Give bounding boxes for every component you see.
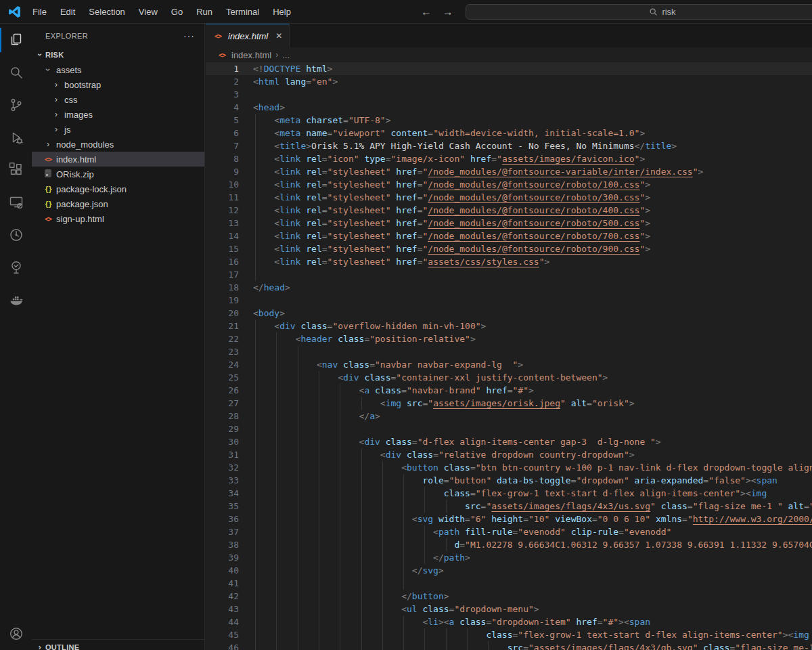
code-line-33[interactable]: 33 role="button" data-bs-toggle="dropdow… [206,474,812,487]
breadcrumb-file[interactable]: index.html [231,50,271,60]
code-line-18[interactable]: 18</head> [206,281,812,294]
code-line-41[interactable]: 41 [206,577,812,590]
code-line-34[interactable]: 34 class="flex-grow-1 text-start d-flex … [206,487,812,500]
menu-bar: FileEditSelectionViewGoRunTerminalHelp [26,0,298,24]
code-line-15[interactable]: 15 <link rel="stylesheet" href="/node_mo… [206,242,812,255]
menu-view[interactable]: View [132,4,164,20]
code-line-29[interactable]: 29 [206,422,812,435]
source-control-icon[interactable] [0,89,32,121]
explorer-sidebar: EXPLORER ··· › RISK ›assets›bootstrap›cs… [32,24,205,650]
account-icon[interactable] [0,618,32,650]
file-orisk.zip[interactable]: ORisk.zip [32,167,204,181]
code-line-10[interactable]: 10 <link rel="stylesheet" href="/node_mo… [206,178,812,191]
code-line-2[interactable]: 2<html lang="en"> [206,75,812,88]
chevron-right-icon: › [275,50,278,60]
html-file-icon: <> [217,51,227,59]
code-line-23[interactable]: 23 [206,345,812,358]
code-line-12[interactable]: 12 <link rel="stylesheet" href="/node_mo… [206,204,812,217]
code-line-35[interactable]: 35 src="assets/images/flags/4x3/us.svg" … [206,500,812,513]
code-line-28[interactable]: 28 </a> [206,410,812,422]
code-line-31[interactable]: 31 <div class="relative dropdown country… [206,448,812,461]
tree-check-icon[interactable] [0,251,32,284]
code-line-7[interactable]: 7 <title>Orisk 5.1% APY High-Yield Cash … [206,139,812,152]
remote-explorer-icon[interactable] [0,186,32,219]
code-line-46[interactable]: 46 src="assets/images/flags/4x3/gb.svg" … [206,641,812,650]
file-package-lock.json[interactable]: {}package-lock.json [32,181,204,196]
code-line-4[interactable]: 4<head> [206,101,812,114]
file-sign-up.html[interactable]: <>sign-up.html [32,211,204,226]
code-line-3[interactable]: 3 [206,88,812,101]
search-icon[interactable] [0,56,32,89]
code-line-6[interactable]: 6 <meta name="viewport" content="width=d… [206,127,812,139]
code-line-36[interactable]: 36 <svg width="6" height="10" viewBox="0… [206,513,812,525]
code-line-25[interactable]: 25 <div class="container-xxl justify-con… [206,371,812,384]
code-line-40[interactable]: 40 </svg> [206,564,812,577]
code-line-30[interactable]: 30 <div class="d-flex align-items-center… [206,435,812,448]
html-file-icon: <> [43,156,53,163]
editor-group: <> index.html ✕ <> index.html › ... 1<!D… [206,24,812,650]
chevron-down-icon: › [35,49,45,60]
history-back-button[interactable]: ← [421,6,432,18]
docker-icon[interactable] [0,284,32,316]
file-tree: ›assets›bootstrap›css›images›js›node_mod… [32,62,204,226]
outline-section-header[interactable]: › OUTLINE [32,639,204,650]
menu-edit[interactable]: Edit [53,4,82,20]
breadcrumb[interactable]: <> index.html › ... [206,47,812,62]
tab-index-html[interactable]: <> index.html ✕ [206,24,290,47]
breadcrumb-tail[interactable]: ... [282,50,290,60]
json-file-icon: {} [43,185,53,194]
explorer-more-actions-button[interactable]: ··· [179,30,199,41]
history-forward-button[interactable]: → [443,6,453,18]
code-line-11[interactable]: 11 <link rel="stylesheet" href="/node_mo… [206,191,812,204]
code-line-42[interactable]: 42 </button> [206,590,812,603]
folder-assets[interactable]: ›assets [32,62,204,77]
menu-terminal[interactable]: Terminal [219,4,266,20]
code-editor[interactable]: 1<!DOCTYPE html>2<html lang="en">34<head… [206,62,812,650]
chevron-down-icon: › [43,64,53,75]
code-line-19[interactable]: 19 [206,294,812,307]
menu-selection[interactable]: Selection [82,4,131,20]
code-line-5[interactable]: 5 <meta charset="UTF-8"> [206,114,812,127]
code-line-45[interactable]: 45 class="flex-grow-1 text-start d-flex … [206,628,812,641]
code-line-1[interactable]: 1<!DOCTYPE html> [206,62,812,75]
file-package.json[interactable]: {}package.json [32,196,204,211]
tab-close-icon[interactable]: ✕ [273,31,282,41]
code-line-38[interactable]: 38 d="M1.02278 9.66634C1.06312 9.66357 1… [206,538,812,551]
file-index.html[interactable]: <>index.html [32,152,204,167]
code-line-16[interactable]: 16 <link rel="stylesheet" href="assets/c… [206,255,812,268]
code-line-8[interactable]: 8 <link rel="icon" type="image/x-icon" h… [206,152,812,165]
code-line-39[interactable]: 39 </path> [206,551,812,564]
menu-help[interactable]: Help [266,4,298,20]
code-line-24[interactable]: 24 <nav class="navbar navbar-expand-lg "… [206,358,812,371]
chevron-right-icon: › [51,125,62,134]
chevron-right-icon: › [43,139,53,149]
explorer-root-folder[interactable]: › RISK [32,47,204,62]
clock-icon[interactable] [0,219,32,251]
code-line-32[interactable]: 32 <button class="btn btn-country w-100 … [206,461,812,474]
folder-bootstrap[interactable]: ›bootstrap [32,77,204,92]
explorer-icon[interactable] [0,24,32,56]
menu-file[interactable]: File [26,4,53,20]
code-line-13[interactable]: 13 <link rel="stylesheet" href="/node_mo… [206,217,812,230]
code-line-21[interactable]: 21 <div class="overflow-hidden min-vh-10… [206,320,812,332]
run-debug-icon[interactable] [0,121,32,154]
code-line-27[interactable]: 27 <img src="assets/images/orisk.jpeg" a… [206,397,812,410]
code-line-44[interactable]: 44 <li><a class="dropdown-item" href="#"… [206,615,812,628]
folder-js[interactable]: ›js [32,122,204,137]
code-line-43[interactable]: 43 <ul class="dropdown-menu"> [206,603,812,615]
code-line-9[interactable]: 9 <link rel="stylesheet" href="/node_mod… [206,165,812,178]
chevron-right-icon: › [35,643,45,650]
code-line-26[interactable]: 26 <a class="navbar-brand" href="#"> [206,384,812,397]
folder-css[interactable]: ›css [32,92,204,107]
command-center-search[interactable]: risk [466,4,812,20]
menu-go[interactable]: Go [164,4,189,20]
code-line-14[interactable]: 14 <link rel="stylesheet" href="/node_mo… [206,230,812,242]
code-line-20[interactable]: 20<body> [206,307,812,320]
menu-run[interactable]: Run [189,4,219,20]
code-line-22[interactable]: 22 <header class="position-relative"> [206,332,812,345]
extensions-icon[interactable] [0,154,32,186]
code-line-17[interactable]: 17 [206,268,812,281]
code-line-37[interactable]: 37 <path fill-rule="evenodd" clip-rule="… [206,525,812,538]
folder-node_modules[interactable]: ›node_modules [32,137,204,152]
folder-images[interactable]: ›images [32,107,204,122]
